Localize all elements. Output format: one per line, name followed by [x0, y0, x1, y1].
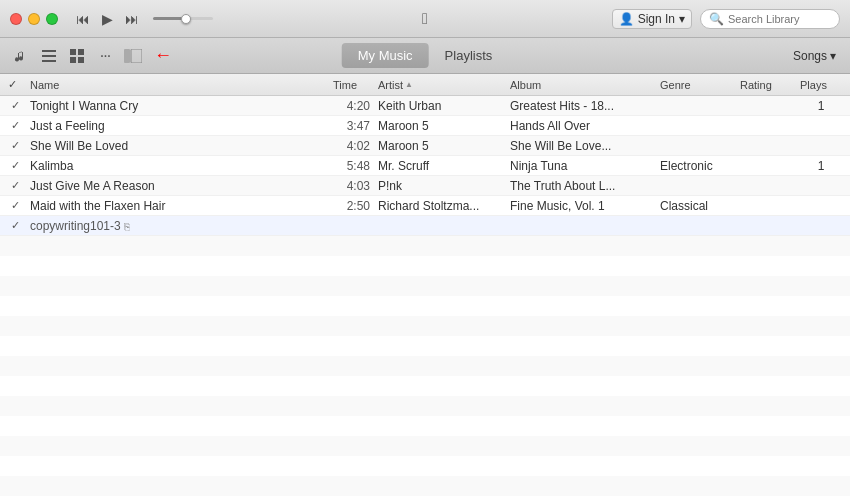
table-row[interactable]: ✓ Maid with the Flaxen Hair 2:50 Richard… [0, 196, 850, 216]
svg-rect-5 [70, 57, 76, 63]
header-artist[interactable]: Artist ▲ [374, 79, 494, 91]
svg-rect-2 [42, 60, 56, 62]
volume-slider[interactable] [153, 17, 213, 20]
maximize-button[interactable] [46, 13, 58, 25]
play-button[interactable]: ▶ [100, 11, 115, 27]
header-plays[interactable]: Plays [796, 79, 846, 91]
row-time: 2:50 [329, 199, 374, 213]
row-time: 4:03 [329, 179, 374, 193]
row-genre: Classical [656, 199, 736, 213]
row-check: ✓ [4, 119, 26, 132]
svg-rect-7 [124, 49, 130, 63]
rewind-button[interactable]: ⏮ [74, 11, 92, 27]
table-row[interactable]: ✓ copywriting101-3 ⎘ [0, 216, 850, 236]
row-check: ✓ [4, 199, 26, 212]
main-content: ✓ Name Time Artist ▲ Album Genre Rating … [0, 74, 850, 504]
transport-controls: ⏮ ▶ ⏭ [74, 11, 213, 27]
row-artist: Richard Stoltzma... [374, 199, 494, 213]
red-arrow: ← [154, 45, 184, 67]
row-plays: 1 [796, 99, 846, 113]
row-artist: Keith Urban [374, 99, 494, 113]
songs-label: Songs [793, 49, 827, 63]
tabs-area: My Music Playlists [342, 43, 509, 68]
row-album: Fine Music, Vol. 1 [506, 199, 656, 213]
row-artist: Maroon 5 [374, 139, 494, 153]
row-check: ✓ [4, 179, 26, 192]
songs-dropdown[interactable]: Songs ▾ [793, 49, 840, 63]
row-album: The Truth About L... [506, 179, 656, 193]
row-time: 4:20 [329, 99, 374, 113]
sign-in-button[interactable]: 👤 Sign In ▾ [612, 9, 692, 29]
row-artist: P!nk [374, 179, 494, 193]
search-box[interactable]: 🔍 [700, 9, 840, 29]
svg-rect-4 [78, 49, 84, 55]
svg-rect-0 [42, 50, 56, 52]
volume-thumb [181, 14, 191, 24]
songs-chevron: ▾ [830, 49, 836, 63]
sidebar-toggle-icon[interactable] [122, 45, 144, 67]
table-header: ✓ Name Time Artist ▲ Album Genre Rating … [0, 74, 850, 96]
row-name: Tonight I Wanna Cry [26, 99, 329, 113]
header-rating[interactable]: Rating [736, 79, 796, 91]
row-time: 3:47 [329, 119, 374, 133]
tab-my-music[interactable]: My Music [342, 43, 429, 68]
chevron-down-icon: ▾ [679, 12, 685, 26]
header-album[interactable]: Album [506, 79, 656, 91]
song-list: ✓ Tonight I Wanna Cry 4:20 Keith Urban G… [0, 96, 850, 236]
row-check: ✓ [4, 99, 26, 112]
search-icon: 🔍 [709, 12, 724, 26]
table-row[interactable]: ✓ Kalimba 5:48 Mr. Scruff Ninja Tuna Ele… [0, 156, 850, 176]
right-controls: 👤 Sign In ▾ 🔍 [612, 9, 840, 29]
table-row[interactable]: ✓ Just Give Me A Reason 4:03 P!nk The Tr… [0, 176, 850, 196]
row-album: Greatest Hits - 18... [506, 99, 656, 113]
sign-in-label: Sign In [638, 12, 675, 26]
header-name[interactable]: Name [26, 79, 329, 91]
row-time: 4:02 [329, 139, 374, 153]
row-name: Kalimba [26, 159, 329, 173]
row-name: Just Give Me A Reason [26, 179, 329, 193]
sort-arrow: ▲ [405, 80, 413, 89]
row-check: ✓ [4, 159, 26, 172]
header-genre[interactable]: Genre [656, 79, 736, 91]
svg-rect-3 [70, 49, 76, 55]
table-row[interactable]: ✓ Tonight I Wanna Cry 4:20 Keith Urban G… [0, 96, 850, 116]
search-input[interactable] [728, 13, 831, 25]
grid-view-icon[interactable] [66, 45, 88, 67]
row-check: ✓ [4, 219, 26, 232]
row-name: She Will Be Loved [26, 139, 329, 153]
row-genre: Electronic [656, 159, 736, 173]
row-check: ✓ [4, 139, 26, 152]
table-container: ✓ Name Time Artist ▲ Album Genre Rating … [0, 74, 850, 504]
close-button[interactable] [10, 13, 22, 25]
document-icon: ⎘ [124, 221, 130, 232]
table-row[interactable]: ✓ Just a Feeling 3:47 Maroon 5 Hands All… [0, 116, 850, 136]
row-album: She Will Be Love... [506, 139, 656, 153]
person-icon: 👤 [619, 12, 634, 26]
svg-rect-8 [131, 49, 142, 63]
toolbar: ··· ← My Music Playlists Songs ▾ [0, 38, 850, 74]
minimize-button[interactable] [28, 13, 40, 25]
table-row[interactable]: ✓ She Will Be Loved 4:02 Maroon 5 She Wi… [0, 136, 850, 156]
apple-logo:  [422, 10, 428, 28]
forward-button[interactable]: ⏭ [123, 11, 141, 27]
row-time: 5:48 [329, 159, 374, 173]
header-check: ✓ [4, 78, 26, 91]
row-artist: Maroon 5 [374, 119, 494, 133]
more-options-button[interactable]: ··· [94, 45, 116, 67]
header-time[interactable]: Time [329, 79, 374, 91]
row-name: Maid with the Flaxen Hair [26, 199, 329, 213]
music-note-icon[interactable] [10, 45, 32, 67]
list-view-icon[interactable] [38, 45, 60, 67]
window-controls [10, 13, 58, 25]
row-album: Hands All Over [506, 119, 656, 133]
empty-rows [0, 236, 850, 504]
row-name: Just a Feeling [26, 119, 329, 133]
title-bar: ⏮ ▶ ⏭  👤 Sign In ▾ 🔍 [0, 0, 850, 38]
row-name: copywriting101-3 ⎘ [26, 219, 329, 233]
row-plays: 1 [796, 159, 846, 173]
row-artist: Mr. Scruff [374, 159, 494, 173]
row-album: Ninja Tuna [506, 159, 656, 173]
svg-rect-6 [78, 57, 84, 63]
svg-rect-1 [42, 55, 56, 57]
tab-playlists[interactable]: Playlists [429, 43, 509, 68]
